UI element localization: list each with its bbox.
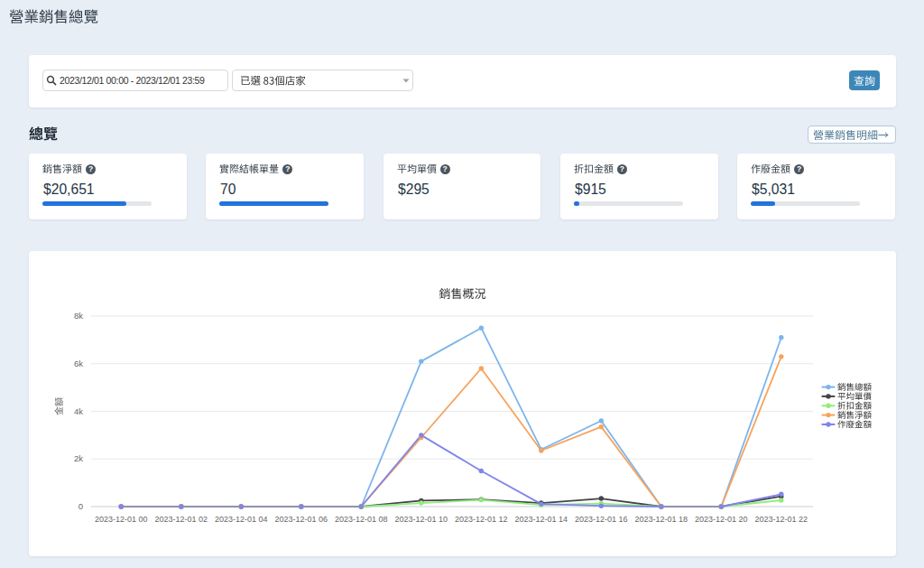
svg-text:2023-12-01 16: 2023-12-01 16 [575,515,628,524]
svg-text:2023-12-01 10: 2023-12-01 10 [395,515,448,524]
svg-text:2k: 2k [74,453,83,463]
svg-text:4k: 4k [74,406,83,416]
svg-text:8k: 8k [74,311,83,321]
svg-text:2023-12-01 12: 2023-12-01 12 [455,515,508,524]
svg-text:2023-12-01 08: 2023-12-01 08 [335,515,388,524]
svg-text:2023-12-01 02: 2023-12-01 02 [155,515,208,524]
svg-text:2023-12-01 00: 2023-12-01 00 [95,515,148,524]
svg-text:2023-12-01 04: 2023-12-01 04 [215,515,268,524]
svg-text:0: 0 [79,501,83,511]
svg-text:2023-12-01 22: 2023-12-01 22 [755,515,808,524]
svg-text:2023-12-01 20: 2023-12-01 20 [695,515,748,524]
svg-text:2023-12-01 18: 2023-12-01 18 [635,515,688,524]
svg-text:2023-12-01 14: 2023-12-01 14 [515,515,568,524]
svg-text:2023-12-01 06: 2023-12-01 06 [275,515,328,524]
svg-text:6k: 6k [74,358,83,368]
